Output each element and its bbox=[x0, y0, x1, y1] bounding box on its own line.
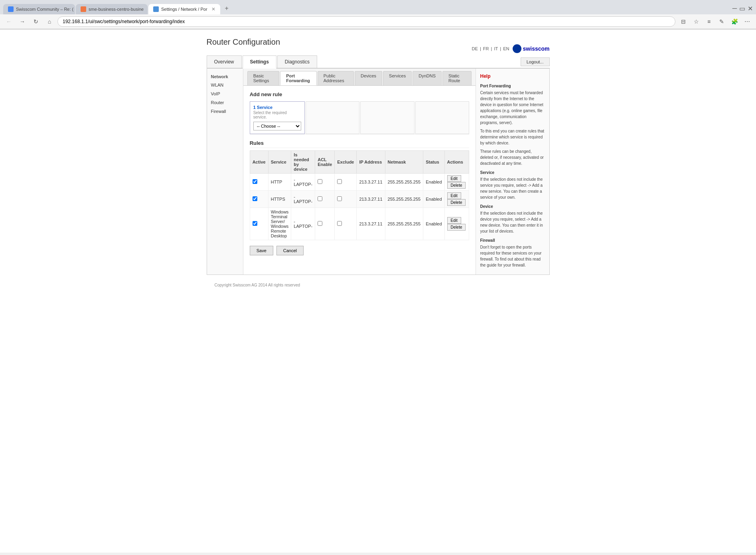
sidebar-item-router[interactable]: Router bbox=[207, 98, 243, 107]
back-button[interactable]: ← bbox=[3, 16, 14, 27]
more-icon[interactable]: ⋯ bbox=[742, 16, 753, 27]
rule1-status: Enabled bbox=[423, 174, 444, 191]
sub-tab-dyndns[interactable]: DynDNS bbox=[413, 71, 442, 85]
content-area: Network WLAN VoIP Router Firewall Basic … bbox=[207, 69, 550, 275]
edit-icon[interactable]: ✎ bbox=[716, 16, 727, 27]
rule3-active-checkbox[interactable] bbox=[253, 221, 257, 226]
col-needed-by: Is needed by device bbox=[291, 151, 315, 174]
tab3-close[interactable]: ✕ bbox=[211, 6, 215, 12]
extensions-icon[interactable]: 🧩 bbox=[729, 16, 740, 27]
sub-tab-basic[interactable]: Basic Settings bbox=[247, 71, 280, 85]
page-title: Router Configuration bbox=[207, 38, 280, 47]
main-nav-row: Overview Settings Diagnostics Logout... bbox=[207, 55, 550, 69]
help-rules-text: To this end you can create rules that de… bbox=[480, 128, 545, 146]
rule3-exclude-checkbox[interactable] bbox=[337, 221, 342, 226]
browser-tab-1[interactable]: Swisscom Community – Re: ( ✕ bbox=[3, 4, 75, 14]
help-service-text: If the selection does not include the se… bbox=[480, 176, 545, 200]
step1-subtitle: Select the required service. bbox=[253, 111, 301, 119]
rule2-delete-button[interactable]: Delete bbox=[447, 199, 466, 206]
rule1-delete-button[interactable]: Delete bbox=[447, 182, 466, 189]
lang-it[interactable]: IT bbox=[494, 46, 498, 51]
new-tab-button[interactable]: + bbox=[221, 2, 233, 14]
lang-de[interactable]: DE bbox=[472, 46, 478, 51]
cancel-button[interactable]: Cancel bbox=[276, 246, 304, 255]
nav-settings[interactable]: Settings bbox=[243, 55, 276, 69]
sub-tabs: Basic Settings Port Forwarding Public Ad… bbox=[243, 69, 476, 86]
wizard-step-1-panel: 1 Service Select the required service. -… bbox=[250, 101, 305, 134]
tab2-favicon bbox=[81, 6, 86, 12]
rule3-delete-button[interactable]: Delete bbox=[447, 224, 466, 231]
rule2-exclude-checkbox[interactable] bbox=[337, 196, 342, 201]
save-button[interactable]: Save bbox=[250, 246, 273, 255]
wizard-steps: 1 Service Select the required service. -… bbox=[250, 101, 470, 134]
rules-table: Active Service Is needed by device ACL E… bbox=[250, 150, 470, 240]
rule3-edit-button[interactable]: Edit bbox=[447, 217, 461, 224]
sub-tab-devices[interactable]: Devices bbox=[355, 71, 382, 85]
rule1-edit-button[interactable]: Edit bbox=[447, 175, 461, 182]
close-icon[interactable]: ✕ bbox=[748, 5, 753, 12]
rule3-acl bbox=[315, 208, 335, 240]
minimize-icon[interactable]: ─ bbox=[732, 5, 737, 12]
rule3-status: Enabled bbox=[423, 208, 444, 240]
wizard-step-4-panel bbox=[415, 101, 470, 134]
rule2-actions: Edit Delete bbox=[444, 191, 469, 208]
col-ip: IP Address bbox=[357, 151, 385, 174]
help-panel: Help Port Forwarding Certain services mu… bbox=[476, 69, 549, 275]
rule1-acl bbox=[315, 174, 335, 191]
sidebar-item-firewall[interactable]: Firewall bbox=[207, 107, 243, 116]
browser-tab-2[interactable]: sme-business-centro-busine ✕ bbox=[76, 4, 148, 14]
sub-tab-port-forwarding[interactable]: Port Forwarding bbox=[280, 71, 317, 85]
tab2-label: sme-business-centro-busine bbox=[89, 7, 144, 12]
sidebar-section-network: Network bbox=[207, 72, 243, 81]
col-service: Service bbox=[268, 151, 291, 174]
rule2-status: Enabled bbox=[423, 191, 444, 208]
top-bar: Router Configuration DE | FR | IT | EN s… bbox=[207, 38, 550, 55]
rule2-device: -LAPTOP- bbox=[291, 191, 315, 208]
rule3-service: Windows Terminal Server/ Windows Remote … bbox=[268, 208, 291, 240]
help-port-forwarding-text: Certain services must be forwarded direc… bbox=[480, 90, 545, 126]
rule1-exclude-checkbox[interactable] bbox=[337, 179, 342, 184]
rule1-active-checkbox[interactable] bbox=[253, 179, 257, 184]
sub-tab-public-addresses[interactable]: Public Addresses bbox=[318, 71, 354, 85]
reload-button[interactable]: ↻ bbox=[30, 16, 41, 27]
tab3-favicon bbox=[153, 6, 159, 12]
home-button[interactable]: ⌂ bbox=[44, 16, 55, 27]
rule2-active bbox=[250, 191, 268, 208]
rule1-exclude bbox=[335, 174, 357, 191]
lang-fr[interactable]: FR bbox=[483, 46, 489, 51]
help-rules-text2: These rules can be changed, deleted or, … bbox=[480, 148, 545, 166]
nav-diagnostics[interactable]: Diagnostics bbox=[277, 55, 317, 68]
rule2-netmask: 255.255.255.255 bbox=[385, 191, 423, 208]
lang-en[interactable]: EN bbox=[503, 46, 509, 51]
rule2-edit-button[interactable]: Edit bbox=[447, 192, 461, 199]
sub-tab-services[interactable]: Services bbox=[383, 71, 412, 85]
forward-button[interactable]: → bbox=[17, 16, 28, 27]
table-row: HTTPS -LAPTOP- 213.3.27.11 255.255.255.2… bbox=[250, 191, 469, 208]
sidebar: Network WLAN VoIP Router Firewall bbox=[207, 69, 243, 275]
service-dropdown[interactable]: -- Choose -- bbox=[253, 122, 301, 130]
browser-tab-3[interactable]: Settings / Network / Por ✕ bbox=[148, 4, 220, 14]
rule3-exclude bbox=[335, 208, 357, 240]
browser-titlebar: Swisscom Community – Re: ( ✕ sme-busines… bbox=[0, 0, 756, 14]
rules-title: Rules bbox=[250, 140, 470, 148]
col-active: Active bbox=[250, 151, 268, 174]
help-firewall-title: Firewall bbox=[480, 237, 545, 243]
rule2-active-checkbox[interactable] bbox=[253, 196, 257, 201]
main-nav: Overview Settings Diagnostics bbox=[207, 55, 521, 68]
rule2-exclude bbox=[335, 191, 357, 208]
address-bar[interactable] bbox=[57, 16, 675, 27]
menu-icon[interactable]: ≡ bbox=[703, 16, 715, 27]
star-icon[interactable]: ☆ bbox=[691, 16, 702, 27]
sidebar-item-voip[interactable]: VoIP bbox=[207, 89, 243, 98]
rule3-acl-checkbox[interactable] bbox=[318, 221, 322, 226]
rule3-netmask: 255.255.255.255 bbox=[385, 208, 423, 240]
panel-body: Add new rule 1 Service Select the requir… bbox=[243, 86, 476, 261]
bookmarks-icon[interactable]: ⊟ bbox=[678, 16, 689, 27]
rule1-acl-checkbox[interactable] bbox=[318, 179, 322, 184]
sidebar-item-wlan[interactable]: WLAN bbox=[207, 81, 243, 89]
restore-icon[interactable]: ▭ bbox=[739, 5, 745, 12]
sub-tab-static-route[interactable]: Static Route bbox=[442, 71, 472, 85]
nav-overview[interactable]: Overview bbox=[207, 55, 242, 68]
rule2-acl-checkbox[interactable] bbox=[318, 196, 322, 201]
logout-button[interactable]: Logout... bbox=[521, 57, 550, 66]
